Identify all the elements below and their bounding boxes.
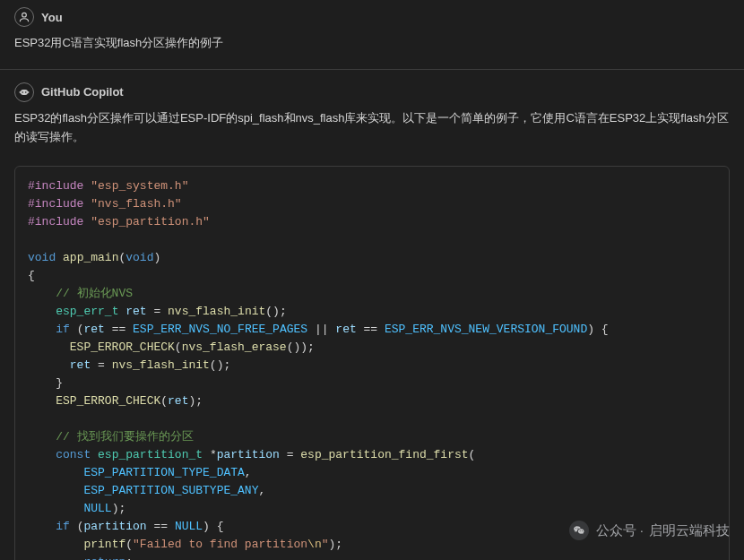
- svg-point-3: [25, 91, 27, 93]
- user-avatar-icon: [14, 7, 34, 27]
- assistant-header: GitHub Copilot: [14, 79, 730, 104]
- code-block[interactable]: #include "esp_system.h" #include "nvs_fl…: [14, 166, 730, 560]
- watermark-name: 启明云端科技: [649, 522, 730, 539]
- copilot-avatar-icon: [14, 82, 34, 102]
- user-message-block: You ESP32用C语言实现flash分区操作的例子: [0, 0, 744, 65]
- svg-rect-5: [28, 91, 29, 93]
- assistant-message-block: GitHub Copilot ESP32的flash分区操作可以通过ESP-ID…: [0, 70, 744, 159]
- watermark: 公众号 · 启明云端科技: [569, 521, 730, 540]
- svg-point-0: [22, 13, 27, 17]
- svg-point-2: [22, 91, 23, 93]
- user-message-text: ESP32用C语言实现flash分区操作的例子: [14, 29, 730, 56]
- wechat-icon: [569, 521, 589, 540]
- svg-rect-1: [21, 90, 28, 95]
- assistant-message-text: ESP32的flash分区操作可以通过ESP-IDF的spi_flash和nvs…: [14, 104, 730, 151]
- assistant-name-label: GitHub Copilot: [41, 85, 124, 99]
- code-content[interactable]: #include "esp_system.h" #include "nvs_fl…: [28, 177, 716, 560]
- watermark-prefix: 公众号 ·: [596, 522, 644, 539]
- svg-rect-4: [20, 91, 21, 93]
- user-header: You: [14, 4, 730, 29]
- user-name-label: You: [41, 11, 63, 24]
